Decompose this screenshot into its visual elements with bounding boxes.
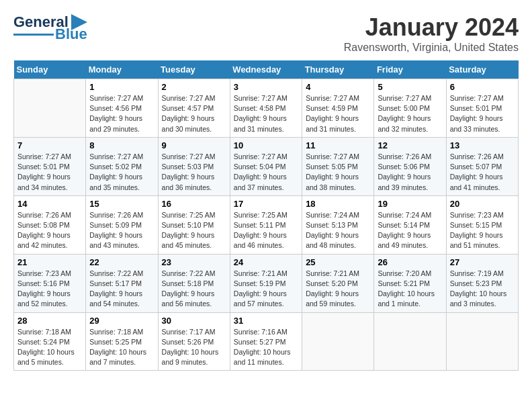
day-number: 15 [89, 199, 154, 209]
day-number: 10 [234, 140, 298, 150]
calendar-cell: 27 Sunrise: 7:19 AMSunset: 5:23 PMDaylig… [446, 254, 518, 312]
day-info: Sunrise: 7:16 AMSunset: 5:27 PMDaylight:… [234, 328, 291, 367]
day-number: 24 [234, 257, 298, 267]
page-subtitle: Ravensworth, Virginia, United States [344, 42, 519, 54]
weekday-header: Wednesday [230, 60, 302, 79]
calendar-cell: 15 Sunrise: 7:26 AMSunset: 5:09 PMDaylig… [86, 195, 158, 254]
day-number: 30 [162, 316, 226, 326]
day-info: Sunrise: 7:27 AMSunset: 4:57 PMDaylight:… [162, 94, 216, 133]
day-number: 8 [89, 140, 154, 150]
calendar-cell: 25 Sunrise: 7:21 AMSunset: 5:20 PMDaylig… [302, 254, 374, 312]
calendar-cell: 7 Sunrise: 7:27 AMSunset: 5:01 PMDayligh… [14, 137, 86, 195]
weekday-header: Monday [86, 60, 158, 79]
day-number: 19 [378, 199, 442, 209]
day-info: Sunrise: 7:17 AMSunset: 5:26 PMDaylight:… [162, 328, 219, 367]
day-number: 1 [89, 82, 154, 92]
logo: General Blue [13, 13, 87, 43]
day-number: 4 [306, 82, 370, 92]
day-info: Sunrise: 7:27 AMSunset: 5:01 PMDaylight:… [17, 152, 71, 191]
calendar-cell: 13 Sunrise: 7:26 AMSunset: 5:07 PMDaylig… [446, 137, 518, 195]
calendar-cell: 12 Sunrise: 7:26 AMSunset: 5:06 PMDaylig… [374, 137, 446, 195]
day-info: Sunrise: 7:27 AMSunset: 5:00 PMDaylight:… [378, 94, 431, 133]
calendar-cell: 31 Sunrise: 7:16 AMSunset: 5:27 PMDaylig… [230, 312, 302, 371]
day-number: 20 [450, 199, 515, 209]
day-number: 3 [234, 82, 298, 92]
day-number: 2 [162, 82, 226, 92]
day-number: 28 [17, 316, 82, 326]
calendar-week-row: 28 Sunrise: 7:18 AMSunset: 5:24 PMDaylig… [14, 312, 519, 371]
calendar-cell: 22 Sunrise: 7:22 AMSunset: 5:17 PMDaylig… [86, 254, 158, 312]
day-info: Sunrise: 7:25 AMSunset: 5:10 PMDaylight:… [162, 211, 216, 250]
calendar-cell: 10 Sunrise: 7:27 AMSunset: 5:04 PMDaylig… [230, 137, 302, 195]
weekday-header: Tuesday [158, 60, 230, 79]
day-info: Sunrise: 7:18 AMSunset: 5:24 PMDaylight:… [17, 328, 75, 367]
day-info: Sunrise: 7:27 AMSunset: 4:59 PMDaylight:… [306, 94, 359, 133]
day-info: Sunrise: 7:20 AMSunset: 5:21 PMDaylight:… [378, 269, 435, 308]
logo-blue: Blue [55, 26, 87, 43]
calendar-cell: 26 Sunrise: 7:20 AMSunset: 5:21 PMDaylig… [374, 254, 446, 312]
day-info: Sunrise: 7:18 AMSunset: 5:25 PMDaylight:… [89, 328, 146, 367]
calendar-cell: 21 Sunrise: 7:23 AMSunset: 5:16 PMDaylig… [14, 254, 86, 312]
day-info: Sunrise: 7:27 AMSunset: 5:01 PMDaylight:… [450, 94, 504, 133]
weekday-header: Sunday [14, 60, 86, 79]
calendar-cell: 2 Sunrise: 7:27 AMSunset: 4:57 PMDayligh… [158, 79, 230, 138]
weekday-header-row: SundayMondayTuesdayWednesdayThursdayFrid… [14, 60, 519, 79]
day-number: 6 [450, 82, 515, 92]
calendar-cell: 9 Sunrise: 7:27 AMSunset: 5:03 PMDayligh… [158, 137, 230, 195]
day-info: Sunrise: 7:26 AMSunset: 5:06 PMDaylight:… [378, 152, 431, 191]
calendar-cell: 28 Sunrise: 7:18 AMSunset: 5:24 PMDaylig… [14, 312, 86, 371]
day-info: Sunrise: 7:27 AMSunset: 5:03 PMDaylight:… [162, 152, 216, 191]
calendar-cell: 5 Sunrise: 7:27 AMSunset: 5:00 PMDayligh… [374, 79, 446, 138]
day-info: Sunrise: 7:22 AMSunset: 5:18 PMDaylight:… [162, 269, 216, 308]
day-number: 27 [450, 257, 515, 267]
day-info: Sunrise: 7:21 AMSunset: 5:20 PMDaylight:… [306, 269, 359, 308]
day-number: 13 [450, 140, 515, 150]
calendar-cell: 11 Sunrise: 7:27 AMSunset: 5:05 PMDaylig… [302, 137, 374, 195]
day-info: Sunrise: 7:19 AMSunset: 5:23 PMDaylight:… [450, 269, 507, 308]
calendar-week-row: 14 Sunrise: 7:26 AMSunset: 5:08 PMDaylig… [14, 195, 519, 254]
calendar-table: SundayMondayTuesdayWednesdayThursdayFrid… [13, 60, 519, 371]
weekday-header: Friday [374, 60, 446, 79]
day-info: Sunrise: 7:27 AMSunset: 5:02 PMDaylight:… [89, 152, 143, 191]
day-info: Sunrise: 7:27 AMSunset: 5:04 PMDaylight:… [234, 152, 287, 191]
calendar-cell: 8 Sunrise: 7:27 AMSunset: 5:02 PMDayligh… [86, 137, 158, 195]
day-number: 29 [89, 316, 154, 326]
day-number: 26 [378, 257, 442, 267]
calendar-cell: 30 Sunrise: 7:17 AMSunset: 5:26 PMDaylig… [158, 312, 230, 371]
weekday-header: Thursday [302, 60, 374, 79]
day-number: 23 [162, 257, 226, 267]
calendar-cell: 18 Sunrise: 7:24 AMSunset: 5:13 PMDaylig… [302, 195, 374, 254]
day-number: 22 [89, 257, 154, 267]
calendar-week-row: 1 Sunrise: 7:27 AMSunset: 4:56 PMDayligh… [14, 79, 519, 138]
calendar-cell: 24 Sunrise: 7:21 AMSunset: 5:19 PMDaylig… [230, 254, 302, 312]
day-info: Sunrise: 7:27 AMSunset: 5:05 PMDaylight:… [306, 152, 359, 191]
calendar-cell: 29 Sunrise: 7:18 AMSunset: 5:25 PMDaylig… [86, 312, 158, 371]
day-number: 25 [306, 257, 370, 267]
calendar-cell: 6 Sunrise: 7:27 AMSunset: 5:01 PMDayligh… [446, 79, 518, 138]
day-info: Sunrise: 7:27 AMSunset: 4:56 PMDaylight:… [89, 94, 143, 133]
day-info: Sunrise: 7:23 AMSunset: 5:15 PMDaylight:… [450, 211, 504, 250]
calendar-cell: 23 Sunrise: 7:22 AMSunset: 5:18 PMDaylig… [158, 254, 230, 312]
weekday-header: Saturday [446, 60, 518, 79]
day-number: 18 [306, 199, 370, 209]
day-info: Sunrise: 7:25 AMSunset: 5:11 PMDaylight:… [234, 211, 287, 250]
calendar-cell: 16 Sunrise: 7:25 AMSunset: 5:10 PMDaylig… [158, 195, 230, 254]
day-number: 17 [234, 199, 298, 209]
page-header: General Blue January 2024 Ravensworth, V… [13, 13, 519, 54]
calendar-cell [14, 79, 86, 138]
page-title: January 2024 [344, 13, 519, 42]
day-info: Sunrise: 7:23 AMSunset: 5:16 PMDaylight:… [17, 269, 71, 308]
calendar-week-row: 7 Sunrise: 7:27 AMSunset: 5:01 PMDayligh… [14, 137, 519, 195]
day-number: 31 [234, 316, 298, 326]
calendar-cell: 4 Sunrise: 7:27 AMSunset: 4:59 PMDayligh… [302, 79, 374, 138]
calendar-cell: 17 Sunrise: 7:25 AMSunset: 5:11 PMDaylig… [230, 195, 302, 254]
day-info: Sunrise: 7:26 AMSunset: 5:09 PMDaylight:… [89, 211, 143, 250]
day-number: 5 [378, 82, 442, 92]
calendar-cell [374, 312, 446, 371]
day-number: 16 [162, 199, 226, 209]
calendar-cell: 19 Sunrise: 7:24 AMSunset: 5:14 PMDaylig… [374, 195, 446, 254]
day-info: Sunrise: 7:27 AMSunset: 4:58 PMDaylight:… [234, 94, 287, 133]
calendar-cell [446, 312, 518, 371]
calendar-week-row: 21 Sunrise: 7:23 AMSunset: 5:16 PMDaylig… [14, 254, 519, 312]
day-number: 14 [17, 199, 82, 209]
